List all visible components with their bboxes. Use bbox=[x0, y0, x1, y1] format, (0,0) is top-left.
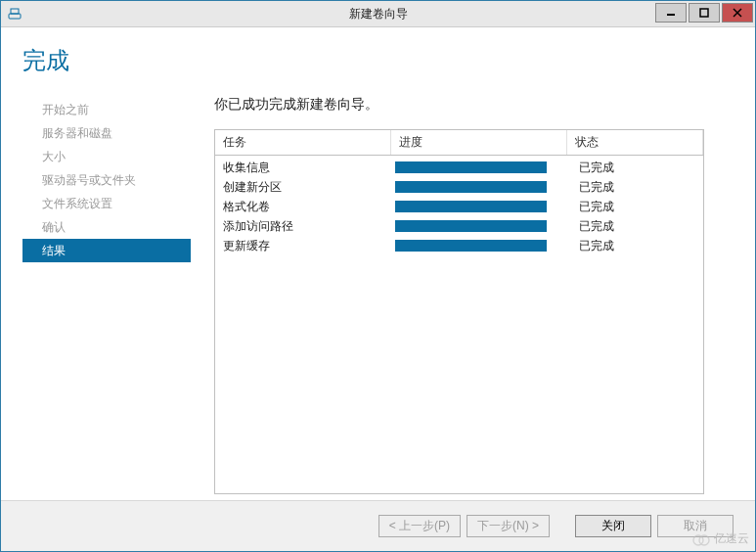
cell-task: 收集信息 bbox=[223, 160, 395, 176]
cell-progress bbox=[395, 201, 571, 212]
cell-status: 已完成 bbox=[571, 160, 695, 176]
cell-task: 创建新分区 bbox=[223, 179, 395, 196]
sidebar: 开始之前 服务器和磁盘 大小 驱动器号或文件夹 文件系统设置 确认 结果 bbox=[22, 96, 191, 500]
cell-status: 已完成 bbox=[571, 218, 695, 235]
page-title: 完成 bbox=[22, 45, 734, 76]
col-header-progress[interactable]: 进度 bbox=[391, 130, 567, 155]
progress-bar bbox=[395, 161, 547, 173]
progress-bar bbox=[395, 181, 547, 193]
sidebar-item-confirm[interactable]: 确认 bbox=[22, 215, 191, 239]
footer: < 上一步(P) 下一步(N) > 关闭 取消 bbox=[1, 500, 755, 551]
table-row: 创建新分区 已完成 bbox=[215, 177, 703, 197]
cell-task: 添加访问路径 bbox=[223, 218, 395, 235]
col-header-status[interactable]: 状态 bbox=[567, 130, 703, 155]
col-header-task[interactable]: 任务 bbox=[215, 130, 391, 155]
cell-status: 已完成 bbox=[571, 199, 695, 215]
sidebar-item-before-begin[interactable]: 开始之前 bbox=[22, 98, 191, 121]
cell-progress bbox=[395, 161, 571, 173]
close-button[interactable] bbox=[722, 3, 753, 23]
cell-progress bbox=[395, 181, 571, 193]
window-controls bbox=[655, 1, 755, 26]
results-grid: 任务 进度 状态 收集信息 已完成 创建新分区 已完成 bbox=[214, 129, 704, 494]
cell-task: 更新缓存 bbox=[223, 238, 395, 254]
close-wizard-button[interactable]: 关闭 bbox=[575, 515, 651, 537]
table-row: 更新缓存 已完成 bbox=[215, 236, 703, 255]
table-row: 添加访问路径 已完成 bbox=[215, 216, 703, 236]
grid-header: 任务 进度 状态 bbox=[215, 130, 703, 156]
cell-progress bbox=[395, 240, 571, 252]
sidebar-item-drive-letter[interactable]: 驱动器号或文件夹 bbox=[22, 168, 191, 192]
progress-bar bbox=[395, 201, 547, 212]
grid-body: 收集信息 已完成 创建新分区 已完成 格式化卷 已完成 bbox=[215, 156, 703, 257]
next-button: 下一步(N) > bbox=[467, 515, 550, 537]
completion-message: 你已成功完成新建卷向导。 bbox=[214, 96, 704, 114]
titlebar: 新建卷向导 bbox=[1, 1, 755, 27]
prev-button: < 上一步(P) bbox=[378, 515, 461, 537]
wizard-window: 新建卷向导 完成 开始之前 服务器和磁盘 大小 驱动器号或文件夹 文件系统设置 … bbox=[0, 0, 756, 552]
cell-status: 已完成 bbox=[571, 179, 695, 196]
maximize-button[interactable] bbox=[689, 3, 720, 23]
table-row: 格式化卷 已完成 bbox=[215, 197, 703, 216]
svg-rect-1 bbox=[11, 9, 19, 14]
window-title: 新建卷向导 bbox=[349, 6, 408, 23]
cancel-button: 取消 bbox=[657, 515, 734, 537]
content-area: 完成 开始之前 服务器和磁盘 大小 驱动器号或文件夹 文件系统设置 确认 结果 … bbox=[1, 27, 755, 500]
cell-status: 已完成 bbox=[571, 238, 695, 254]
cell-task: 格式化卷 bbox=[223, 199, 395, 215]
progress-bar bbox=[395, 240, 547, 252]
main-panel: 你已成功完成新建卷向导。 任务 进度 状态 收集信息 已完成 bbox=[191, 96, 734, 500]
minimize-button[interactable] bbox=[655, 3, 687, 23]
table-row: 收集信息 已完成 bbox=[215, 158, 703, 177]
app-icon bbox=[7, 6, 22, 22]
sidebar-item-server-disk[interactable]: 服务器和磁盘 bbox=[22, 121, 191, 145]
svg-rect-0 bbox=[9, 14, 21, 19]
sidebar-item-results[interactable]: 结果 bbox=[22, 239, 191, 262]
sidebar-item-size[interactable]: 大小 bbox=[22, 145, 191, 168]
cell-progress bbox=[395, 220, 571, 232]
body: 开始之前 服务器和磁盘 大小 驱动器号或文件夹 文件系统设置 确认 结果 你已成… bbox=[22, 96, 734, 500]
sidebar-item-filesystem[interactable]: 文件系统设置 bbox=[22, 192, 191, 215]
svg-rect-3 bbox=[700, 9, 708, 17]
progress-bar bbox=[395, 220, 547, 232]
